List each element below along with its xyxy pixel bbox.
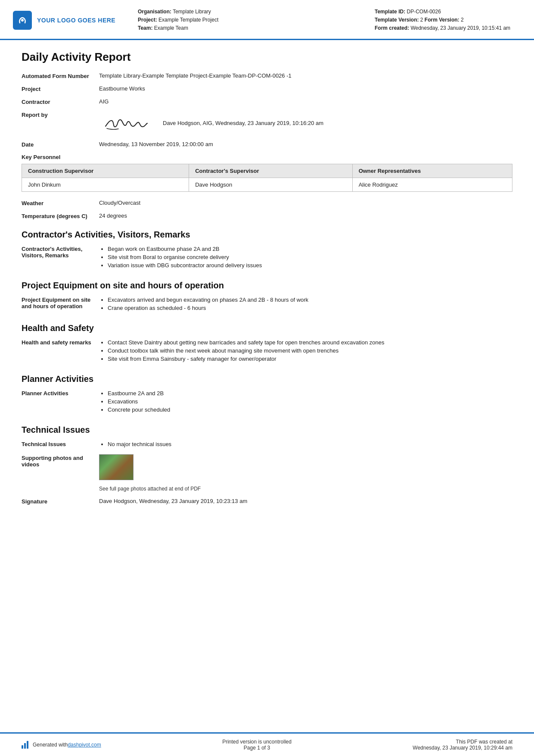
logo-area: YOUR LOGO GOES HERE <box>13 8 125 33</box>
technical-bullet-row: Technical Issues No major technical issu… <box>22 441 512 449</box>
project-value: Example Template Project <box>158 17 218 23</box>
list-item: Crane operation as scheduled - 6 hours <box>108 305 512 311</box>
personnel-cell-3: Alice Rodriguez <box>352 178 512 191</box>
org-row: Organisation: Template Library <box>138 8 375 16</box>
automated-form-row: Automated Form Number Template Library-E… <box>22 72 512 79</box>
report-by-person: Dave Hodgson, AIG, Wednesday, 23 January… <box>163 120 323 126</box>
footer-right-date: Wednesday, 23 January 2019, 10:29:44 am <box>413 745 512 751</box>
footer-site-link[interactable]: dashpivot.com <box>68 742 101 748</box>
report-by-label: Report by <box>22 111 99 118</box>
footer-bars-icon <box>22 741 29 749</box>
planner-section-title: Planner Activities <box>22 374 512 384</box>
form-created-row: Form created: Wednesday, 23 January 2019… <box>375 24 521 32</box>
form-created-value: Wednesday, 23 January 2019, 10:15:41 am <box>410 25 510 31</box>
report-title: Daily Activity Report <box>22 50 512 64</box>
weather-value: Cloudy/Overcast <box>99 200 512 206</box>
footer-right: This PDF was created at Wednesday, 23 Ja… <box>413 739 512 751</box>
contractors-bullet-row: Contractor's Activities, Visitors, Remar… <box>22 246 512 270</box>
template-version-value: 2 <box>420 17 423 23</box>
header-meta-left: Organisation: Template Library Project: … <box>125 8 375 33</box>
project-field-label: Project <box>22 85 99 92</box>
project-field-value: Eastbourne Works <box>99 85 512 92</box>
temperature-row: Temperature (degrees C) 24 degrees <box>22 212 512 219</box>
report-by-row: Report by Dave Hodgson, AIG, Wednesday, … <box>22 111 512 135</box>
list-item: Site visit from Boral to organise concre… <box>108 254 512 260</box>
footer-center: Printed version is uncontrolled Page 1 o… <box>222 739 292 751</box>
template-id-label: Template ID: <box>375 9 405 15</box>
org-value: Template Library <box>173 9 211 15</box>
table-row: John Dinkum Dave Hodgson Alice Rodriguez <box>22 178 512 191</box>
footer-left: Generated with dashpivot.com <box>22 741 101 749</box>
project-row: Project Eastbourne Works <box>22 85 512 92</box>
col-owner-representatives: Owner Representatives <box>352 164 512 178</box>
signature-image <box>99 111 155 135</box>
automated-form-value: Template Library-Example Template Projec… <box>99 72 512 79</box>
technical-list: No major technical issues <box>99 441 512 449</box>
bar-2 <box>24 743 26 749</box>
project-label: Project: <box>138 17 157 23</box>
weather-row: Weather Cloudy/Overcast <box>22 200 512 206</box>
list-item: Concrete pour scheduled <box>108 406 512 413</box>
technical-label: Technical Issues <box>22 441 99 447</box>
form-version-label: Form Version: <box>425 17 459 23</box>
list-item: No major technical issues <box>108 441 512 447</box>
team-value: Example Team <box>154 25 188 31</box>
page: YOUR LOGO GOES HERE Organisation: Templa… <box>0 0 534 756</box>
equipment-label: Project Equipment on site and hours of o… <box>22 297 99 309</box>
date-row: Date Wednesday, 13 November 2019, 12:00:… <box>22 141 512 148</box>
signature-row: Signature Dave Hodgson, Wednesday, 23 Ja… <box>22 498 512 505</box>
list-item: Contact Steve Daintry about getting new … <box>108 339 512 346</box>
footer-generated-text: Generated with <box>33 742 68 748</box>
template-version-label: Template Version: <box>375 17 419 23</box>
date-value: Wednesday, 13 November 2019, 12:00:00 am <box>99 141 512 147</box>
supporting-photos-value: See full page photos attached at end of … <box>99 454 512 492</box>
footer: Generated with dashpivot.com Printed ver… <box>0 732 534 756</box>
list-item: Began work on Eastbourne phase 2A and 2B <box>108 246 512 252</box>
temperature-label: Temperature (degrees C) <box>22 212 99 219</box>
template-id-value: DP-COM-0026 <box>407 9 441 15</box>
footer-right-text: This PDF was created at <box>413 739 512 745</box>
planner-list: Eastbourne 2A and 2B Excavations Concret… <box>99 390 512 415</box>
bar-1 <box>22 745 23 749</box>
health-safety-bullet-row: Health and safety remarks Contact Steve … <box>22 339 512 364</box>
team-row: Team: Example Team <box>138 24 375 32</box>
org-label: Organisation: <box>138 9 171 15</box>
footer-page: Page 1 of 3 <box>222 745 292 751</box>
svg-point-0 <box>21 19 24 22</box>
equipment-bullet-row: Project Equipment on site and hours of o… <box>22 297 512 313</box>
report-by-value: Dave Hodgson, AIG, Wednesday, 23 January… <box>99 111 512 135</box>
key-personnel-label: Key Personnel <box>22 154 512 160</box>
bar-3 <box>27 741 28 749</box>
logo-text: YOUR LOGO GOES HERE <box>37 17 115 24</box>
list-item: Conduct toolbox talk within the next wee… <box>108 347 512 354</box>
health-safety-section-title: Health and Safety <box>22 323 512 333</box>
contractors-section-title: Contractor's Activities, Visitors, Remar… <box>22 230 512 240</box>
contractor-field-value: AIG <box>99 98 512 105</box>
col-construction-supervisor: Construction Supervisor <box>22 164 189 178</box>
contractor-row: Contractor AIG <box>22 98 512 105</box>
main-content: Daily Activity Report Automated Form Num… <box>0 40 534 732</box>
supporting-photos-label: Supporting photos and videos <box>22 454 99 468</box>
list-item: Excavations <box>108 398 512 405</box>
template-version-row: Template Version: 2 Form Version: 2 <box>375 16 521 24</box>
contractors-label: Contractor's Activities, Visitors, Remar… <box>22 246 99 259</box>
equipment-section-title: Project Equipment on site and hours of o… <box>22 281 512 291</box>
health-safety-label: Health and safety remarks <box>22 339 99 346</box>
project-row: Project: Example Template Project <box>138 16 375 24</box>
photo-thumbnail <box>99 454 134 480</box>
form-version-value: 2 <box>461 17 464 23</box>
personnel-table: Construction Supervisor Contractor's Sup… <box>22 164 512 192</box>
personnel-cell-2: Dave Hodgson <box>189 178 352 191</box>
contractors-list: Began work on Eastbourne phase 2A and 2B… <box>99 246 512 270</box>
planner-label: Planner Activities <box>22 390 99 397</box>
automated-form-label: Automated Form Number <box>22 72 99 79</box>
signature-value: Dave Hodgson, Wednesday, 23 January 2019… <box>99 498 512 504</box>
temperature-value: 24 degrees <box>99 212 512 219</box>
photo-caption: See full page photos attached at end of … <box>99 486 512 492</box>
planner-bullet-row: Planner Activities Eastbourne 2A and 2B … <box>22 390 512 415</box>
equipment-list: Excavators arrived and begun excavating … <box>99 297 512 313</box>
form-created-label: Form created: <box>375 25 409 31</box>
list-item: Excavators arrived and begun excavating … <box>108 297 512 303</box>
personnel-cell-1: John Dinkum <box>22 178 189 191</box>
technical-section-title: Technical Issues <box>22 425 512 435</box>
